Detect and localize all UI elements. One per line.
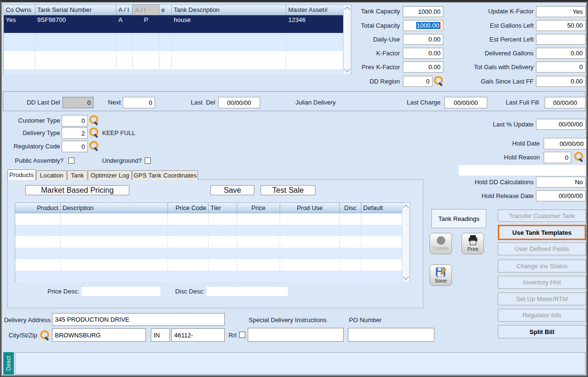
- last-pct-update-field[interactable]: 00/00/00: [536, 119, 586, 130]
- set-up-meter-rtm-button[interactable]: Set Up Meter/RTM: [498, 293, 586, 305]
- hold-reason-field[interactable]: 0: [544, 152, 571, 163]
- delivery-address-field[interactable]: 345 PRODUCTION DRIVE: [52, 313, 225, 326]
- scroll-down-icon[interactable]: [403, 274, 409, 280]
- products-table: Product Description Price Code Tier Pric…: [15, 202, 410, 282]
- col-header-disc: Disc: [340, 203, 361, 213]
- last-full-fill-field[interactable]: 00/00/00: [545, 97, 586, 108]
- hold-release-date-label: Hold Release Date: [459, 192, 534, 199]
- regulatory-code-label: Regulatory Code: [5, 143, 60, 150]
- customer-type-field[interactable]: 0: [62, 115, 88, 126]
- tab-tank[interactable]: Tank: [67, 170, 87, 180]
- disc-desc-field[interactable]: [207, 287, 288, 296]
- dd-region-field[interactable]: 0: [403, 76, 432, 87]
- last-charge-field[interactable]: 00/00/00: [444, 97, 487, 108]
- tab-products[interactable]: Products: [7, 169, 36, 180]
- hold-reason-lookup-magnifier-icon[interactable]: [573, 151, 585, 163]
- hold-release-date-field[interactable]: 00/00/00: [536, 190, 586, 201]
- city-lookup-magnifier-icon[interactable]: [39, 330, 51, 341]
- state-field[interactable]: IN: [151, 328, 170, 342]
- last-del-label: Last Del: [186, 99, 215, 106]
- transfer-customer-tank-button[interactable]: Transfer Customer Tank: [498, 209, 586, 222]
- price-desc-field[interactable]: [82, 287, 160, 296]
- rrl-checkbox[interactable]: [239, 332, 245, 338]
- tank-row-empty[interactable]: [4, 51, 351, 69]
- tank-row-empty[interactable]: [4, 33, 351, 51]
- regulator-info-button[interactable]: Regulator Info: [498, 309, 586, 322]
- last-pct-update-label: Last % Update: [473, 121, 534, 128]
- col-header-description[interactable]: Tank Description: [172, 5, 286, 15]
- po-number-field[interactable]: [348, 328, 434, 342]
- prev-k-factor-field[interactable]: 0.00: [403, 62, 443, 73]
- delivery-address-label: Delivery Address: [3, 316, 51, 324]
- underground-checkbox[interactable]: [145, 157, 151, 164]
- col-header-master-asset[interactable]: Master Asset#: [286, 5, 343, 15]
- col-header-partial[interactable]: e: [159, 5, 172, 15]
- hold-dd-calculations-label: Hold DD Calculations: [459, 178, 534, 186]
- delivery-type-field[interactable]: 2: [62, 127, 88, 139]
- city-field[interactable]: BROWNSBURG: [52, 328, 146, 342]
- est-gallons-left-field[interactable]: 50.00: [536, 20, 586, 31]
- update-k-factor-field[interactable]: Yes: [536, 6, 586, 17]
- products-table-scrollbar[interactable]: [402, 203, 410, 282]
- special-delivery-instructions-field[interactable]: [248, 328, 344, 342]
- user-defined-fields-button[interactable]: User Defined Fields: [498, 242, 586, 255]
- products-save-button[interactable]: Save: [210, 185, 254, 195]
- product-row-empty[interactable]: [15, 271, 410, 282]
- save-button-label: Save: [435, 278, 447, 283]
- total-capacity-field[interactable]: 1000.00: [403, 20, 443, 31]
- next-field[interactable]: 0: [123, 97, 155, 108]
- dd-region-label: DD Region: [344, 78, 400, 85]
- col-header-serial[interactable]: Tank Serial Number: [35, 5, 116, 15]
- zip-field[interactable]: 46112-: [171, 328, 225, 342]
- product-row-empty[interactable]: [15, 248, 410, 259]
- tank-capacity-field[interactable]: 1000.00: [403, 6, 443, 17]
- tab-gps-tank-coordinates[interactable]: GPS Tank Coordinates: [132, 170, 198, 180]
- col-header-co-owns[interactable]: Co Owns: [4, 5, 35, 15]
- tab-optimizer-log[interactable]: Optimizer Log: [88, 170, 132, 180]
- print-button-label: Print: [467, 246, 478, 252]
- col-header-ai[interactable]: A / I: [116, 5, 133, 15]
- market-based-pricing-button[interactable]: Market Based Pricing: [25, 185, 129, 195]
- last-del-field[interactable]: 00/00/00: [218, 97, 260, 108]
- public-assembly-checkbox[interactable]: [68, 157, 74, 164]
- dd-last-del-field: 0: [63, 97, 94, 108]
- delivered-gallons-field[interactable]: 0.00: [536, 48, 586, 59]
- daily-use-field[interactable]: 0.00: [403, 34, 443, 45]
- gals-since-last-ff-field[interactable]: 0.00: [536, 76, 586, 87]
- customer-type-lookup-magnifier-icon[interactable]: [88, 115, 100, 126]
- dd-region-lookup-magnifier-icon[interactable]: [433, 75, 444, 87]
- hold-dd-calculations-field[interactable]: No: [536, 177, 586, 188]
- change-inv-status-button[interactable]: Change Inv Status: [498, 260, 586, 272]
- tank-capacity-label: Tank Capacity: [344, 8, 400, 15]
- tank-readings-button[interactable]: Tank Readings: [431, 209, 486, 228]
- k-factor-field[interactable]: 0.00: [403, 48, 443, 59]
- product-row-empty[interactable]: [15, 213, 410, 225]
- inventory-hist-button[interactable]: Inventory Hist: [498, 276, 586, 289]
- scroll-up-icon[interactable]: [403, 204, 409, 210]
- delivery-type-lookup-magnifier-icon[interactable]: [88, 127, 100, 138]
- last-charge-label: Last Charge: [399, 99, 441, 106]
- hold-date-field[interactable]: 00/00/00: [544, 138, 587, 149]
- use-tank-templates-button[interactable]: Use Tank Templates: [498, 225, 586, 240]
- print-button[interactable]: Print: [462, 233, 484, 254]
- save-button[interactable]: Save: [430, 264, 452, 286]
- product-row-empty[interactable]: [15, 225, 410, 236]
- tank-window: Co Owns Tank Serial Number A / I A / I e…: [0, 0, 588, 377]
- test-sale-button[interactable]: Test Sale: [261, 185, 315, 195]
- tab-location[interactable]: Location: [36, 170, 67, 180]
- product-row-empty[interactable]: [15, 236, 410, 248]
- col-header-description: Description: [61, 203, 168, 213]
- create-button[interactable]: Create: [430, 233, 452, 254]
- regulatory-code-field[interactable]: 0: [62, 141, 88, 152]
- tot-gals-with-delivery-label: Tot Gals with Delivery: [450, 63, 534, 71]
- regulatory-code-lookup-magnifier-icon[interactable]: [88, 140, 100, 152]
- product-row-empty[interactable]: [15, 259, 410, 271]
- est-percent-left-field[interactable]: [536, 34, 586, 45]
- tot-gals-with-delivery-field[interactable]: 0: [536, 62, 586, 73]
- split-bill-button[interactable]: Split Bill: [498, 325, 586, 338]
- selected-text: 1000.00: [416, 22, 440, 29]
- delivery-type-description: KEEP FULL: [102, 129, 136, 136]
- tank-row-selected[interactable]: Yes 9SF98700 A P house 12346: [4, 15, 351, 33]
- tab-direct[interactable]: Direct: [3, 352, 14, 375]
- next-label: Next: [102, 99, 121, 106]
